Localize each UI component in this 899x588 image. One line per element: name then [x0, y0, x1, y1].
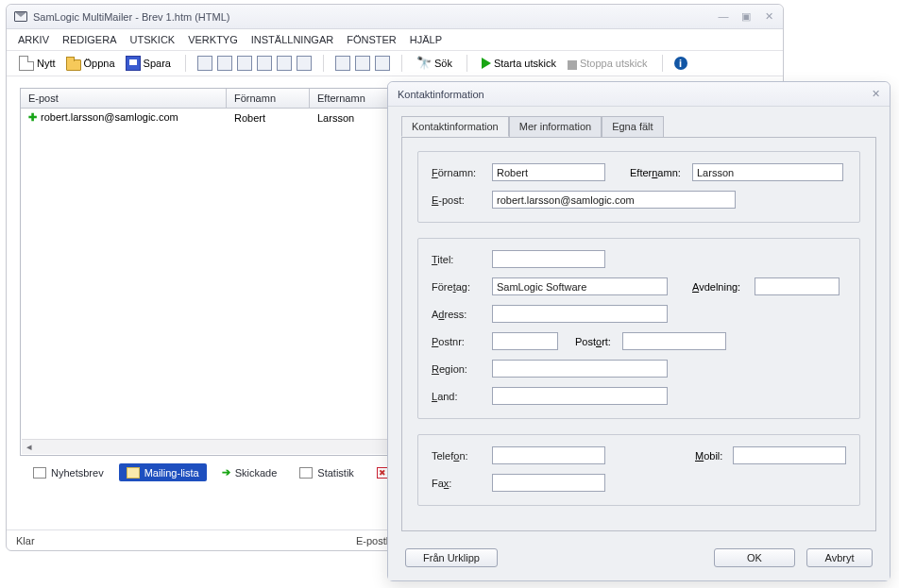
tab-egna-falt[interactable]: Egna fält [602, 116, 663, 137]
tab-mailinglista[interactable]: Mailing-lista [119, 463, 207, 481]
fran-urklipp-button[interactable]: Från Urklipp [405, 548, 498, 567]
label-mobil: Mobil: [695, 450, 733, 462]
titel-field[interactable] [492, 250, 605, 268]
document-icon [33, 467, 46, 479]
label-foretag: Företag: [432, 281, 492, 293]
nytt-label: Nytt [37, 58, 56, 69]
dialog-close-button[interactable]: ✕ [872, 88, 880, 100]
dialog-titlebar: Kontaktinformation ✕ [388, 82, 890, 107]
starta-utskick-button[interactable]: Starta utskick [479, 56, 559, 71]
cell-efternamn: Larsson [317, 112, 354, 124]
play-icon [482, 58, 491, 69]
label-postort: Postort: [575, 336, 622, 347]
company-group: Titel: Företag: Avdelning: Adress: Postn… [417, 238, 860, 419]
label-postnr: Postnr: [432, 336, 492, 347]
card-icon [127, 467, 140, 479]
tab-skickade[interactable]: ➔Skickade [214, 463, 285, 481]
efternamn-field[interactable] [692, 163, 843, 181]
oppna-label: Öppna [84, 58, 115, 69]
sok-button[interactable]: 🔭Sök [414, 54, 455, 73]
window-close-button[interactable]: ✕ [762, 10, 775, 23]
tool-icon-6[interactable] [297, 56, 312, 71]
scroll-left-icon[interactable]: ◂ [22, 441, 37, 453]
fornamn-field[interactable] [492, 163, 605, 181]
tab-nyhetsbrev[interactable]: Nyhetsbrev [25, 463, 111, 481]
telefon-field[interactable] [492, 446, 605, 464]
phone-group: Telefon: Mobil: Fax: [417, 434, 860, 506]
info-button[interactable]: i [674, 57, 687, 70]
tab-statistik[interactable]: Statistik [292, 463, 362, 481]
stop-icon [568, 60, 577, 70]
menubar: ARKIV REDIGERA UTSKICK VERKTYG INSTÄLLNI… [7, 29, 783, 51]
name-group: Förnamn: Efternamn: E-post: [417, 151, 860, 223]
titlebar: SamLogic MultiMailer - Brev 1.htm (HTML)… [7, 5, 783, 29]
arrow-icon: ➔ [222, 466, 230, 479]
starta-label: Starta utskick [494, 58, 556, 69]
label-efternamn: Efternamn: [630, 167, 692, 178]
stoppa-utskick-button: Stoppa utskick [565, 56, 651, 72]
window-title: SamLogic MultiMailer - Brev 1.htm (HTML) [33, 11, 229, 23]
postnr-field[interactable] [492, 332, 558, 350]
new-file-icon [19, 56, 34, 71]
menu-redigera[interactable]: REDIGERA [62, 34, 116, 45]
menu-hjalp[interactable]: HJÄLP [410, 34, 442, 45]
menu-utskick[interactable]: UTSKICK [129, 34, 175, 45]
toolbar: Nytt Öppna Spara 🔭Sök Starta utskick Sto… [7, 51, 783, 76]
maximize-button[interactable]: ▣ [739, 10, 753, 23]
label-fornamn: Förnamn: [432, 167, 492, 178]
label-fax: Fax: [432, 478, 492, 489]
menu-fonster[interactable]: FÖNSTER [347, 34, 397, 45]
region-field[interactable] [492, 360, 668, 378]
avdelning-field[interactable] [755, 277, 840, 295]
tool-icon-3[interactable] [237, 56, 252, 71]
tool-icon-1[interactable] [197, 56, 212, 71]
land-field[interactable] [492, 387, 668, 405]
label-telefon: Telefon: [432, 450, 492, 462]
col-epost[interactable]: E-post [21, 89, 227, 108]
adress-field[interactable] [492, 305, 668, 323]
tool-icon-4[interactable] [257, 56, 272, 71]
binoculars-icon: 🔭 [416, 56, 432, 71]
dialog-tabs: Kontaktinformation Mer information Egna … [401, 116, 876, 137]
tool-icon-7[interactable] [335, 56, 350, 71]
mobil-field[interactable] [733, 446, 846, 464]
tool-icon-2[interactable] [217, 56, 232, 71]
tool-icon-9[interactable] [375, 56, 390, 71]
plus-icon: ✚ [28, 111, 37, 124]
open-folder-icon [66, 59, 81, 71]
tool-icon-5[interactable] [277, 56, 292, 71]
label-land: Land: [432, 391, 492, 402]
tool-icon-8[interactable] [355, 56, 370, 71]
contact-dialog: Kontaktinformation ✕ Kontaktinformation … [387, 81, 891, 581]
label-adress: Adress: [432, 309, 492, 320]
avbryt-button[interactable]: Avbryt [806, 548, 873, 567]
app-icon [14, 11, 27, 22]
minimize-button[interactable]: — [717, 10, 730, 23]
foretag-field[interactable] [492, 277, 668, 295]
spara-label: Spara [144, 58, 171, 69]
label-region: Region: [432, 363, 492, 375]
cell-fornamn: Robert [234, 112, 317, 124]
ok-button[interactable]: OK [714, 548, 795, 567]
tab-kontaktinformation[interactable]: Kontaktinformation [401, 116, 509, 137]
nytt-button[interactable]: Nytt [16, 54, 59, 73]
menu-installningar[interactable]: INSTÄLLNINGAR [251, 34, 333, 45]
fax-field[interactable] [492, 474, 605, 492]
epost-field[interactable] [492, 191, 736, 209]
label-avdelning: Avdelning: [692, 281, 755, 293]
spara-button[interactable]: Spara [123, 54, 174, 73]
postort-field[interactable] [622, 332, 726, 350]
chart-icon [299, 467, 313, 479]
dialog-title: Kontaktinformation [398, 89, 484, 100]
save-icon [126, 56, 141, 71]
tab-mer-information[interactable]: Mer information [509, 116, 602, 137]
oppna-button[interactable]: Öppna [63, 54, 118, 73]
stoppa-label: Stoppa utskick [580, 58, 648, 69]
label-epost: E-post: [432, 194, 492, 206]
sok-label: Sök [434, 58, 452, 69]
col-fornamn[interactable]: Förnamn [227, 89, 310, 108]
menu-verktyg[interactable]: VERKTYG [188, 34, 238, 45]
label-titel: Titel: [432, 254, 492, 265]
menu-arkiv[interactable]: ARKIV [18, 34, 49, 45]
cell-email: robert.larsson@samlogic.com [41, 111, 178, 124]
